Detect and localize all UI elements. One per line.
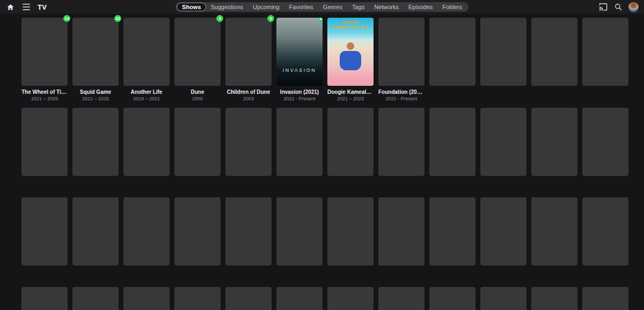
show-years: 2000 (174, 96, 221, 101)
show-card-placeholder (225, 108, 272, 176)
show-poster-placeholder[interactable] (531, 197, 577, 265)
show-poster[interactable] (378, 18, 425, 86)
show-poster-placeholder[interactable] (276, 108, 323, 176)
show-poster-placeholder[interactable] (327, 108, 374, 176)
poster-row (21, 197, 644, 265)
show-poster-placeholder[interactable] (582, 18, 628, 86)
show-card-placeholder (21, 197, 68, 265)
show-poster-placeholder[interactable] (582, 197, 628, 265)
show-title: Invasion (2021) (276, 89, 323, 95)
home-icon[interactable] (5, 2, 15, 12)
show-poster-placeholder[interactable] (378, 108, 425, 176)
show-poster[interactable]: 22 (72, 18, 119, 86)
tab-folders[interactable]: Folders (437, 3, 467, 11)
show-card: Foundation (2021)2021 - Present (378, 18, 425, 101)
page-title: TV (38, 3, 47, 11)
show-card-placeholder (582, 18, 628, 101)
show-card: 14The Wheel of Time2021 – 2025 (21, 18, 68, 101)
unwatched-count-badge: 3 (216, 15, 223, 22)
show-poster-placeholder[interactable] (480, 287, 526, 310)
poster-art-text-line: DOOGIE (327, 20, 374, 25)
show-poster-placeholder[interactable] (327, 287, 374, 310)
show-title: Dune (174, 89, 221, 95)
show-poster-placeholder[interactable] (531, 108, 577, 176)
show-title: Another Life (123, 89, 170, 95)
show-card-placeholder (327, 197, 374, 265)
poster-row: 14The Wheel of Time2021 – 202522Squid Ga… (21, 18, 644, 101)
show-card-placeholder (72, 197, 119, 265)
show-card-placeholder (531, 287, 577, 310)
show-poster-placeholder[interactable] (378, 197, 425, 265)
show-title: The Wheel of Time (21, 89, 68, 95)
show-label: Invasion (2021)2021 - Present (276, 89, 323, 101)
show-poster-placeholder[interactable] (429, 108, 475, 176)
show-poster[interactable]: 14 (21, 18, 68, 86)
tab-genres[interactable]: Genres (318, 3, 347, 11)
show-poster-placeholder[interactable] (582, 287, 628, 310)
show-poster[interactable]: DOOGIEKAMEALOHA, M.D. (327, 18, 374, 86)
show-poster-placeholder[interactable] (174, 108, 221, 176)
show-poster-placeholder[interactable] (531, 18, 577, 86)
show-card-placeholder (531, 197, 577, 265)
show-card: 3Dune2000 (174, 18, 221, 101)
poster-art-figure-body (340, 51, 361, 70)
show-poster[interactable]: 3 (225, 18, 272, 86)
show-poster-placeholder[interactable] (21, 287, 68, 310)
top-bar: TV ShowsSuggestionsUpcomingFavoritesGenr… (0, 0, 644, 14)
show-poster-placeholder[interactable] (480, 197, 526, 265)
poster-art-text: INVASION (276, 68, 323, 73)
show-poster-placeholder[interactable] (174, 197, 221, 265)
show-poster[interactable]: INVASION16 (276, 18, 323, 86)
show-poster-placeholder[interactable] (72, 108, 119, 176)
tab-networks[interactable]: Networks (369, 3, 404, 11)
show-poster-placeholder[interactable] (72, 197, 119, 265)
show-poster-placeholder[interactable] (582, 108, 628, 176)
show-poster-placeholder[interactable] (123, 197, 170, 265)
show-card-placeholder (123, 287, 170, 310)
unwatched-count-badge: 22 (114, 15, 121, 22)
menu-icon[interactable] (21, 2, 31, 12)
show-card-placeholder (225, 197, 272, 265)
poster-art-figure-head (347, 42, 354, 50)
show-card-placeholder (327, 108, 374, 176)
tab-tags[interactable]: Tags (347, 3, 369, 11)
tab-shows[interactable]: Shows (177, 3, 206, 11)
show-poster-placeholder[interactable] (480, 108, 526, 176)
show-poster-placeholder[interactable] (225, 108, 272, 176)
show-poster-placeholder[interactable] (225, 287, 272, 310)
show-title: Doogie Kamealoha, M.D. (327, 89, 374, 95)
show-poster-placeholder[interactable] (225, 197, 272, 265)
show-poster-placeholder[interactable] (429, 197, 475, 265)
poster-art-figure (339, 42, 362, 71)
show-poster-placeholder[interactable] (72, 287, 119, 310)
show-label: Dune2000 (174, 89, 221, 101)
show-card-placeholder (480, 108, 526, 176)
user-avatar[interactable] (628, 2, 639, 12)
show-poster-placeholder[interactable] (21, 197, 68, 265)
show-poster-placeholder[interactable] (531, 287, 577, 310)
show-poster-placeholder[interactable] (123, 287, 170, 310)
show-card-placeholder (582, 287, 628, 310)
show-card-placeholder (72, 108, 119, 176)
show-poster-placeholder[interactable] (174, 287, 221, 310)
search-icon[interactable] (613, 2, 623, 12)
show-poster-placeholder[interactable] (378, 287, 425, 310)
show-poster-placeholder[interactable] (123, 108, 170, 176)
tab-suggestions[interactable]: Suggestions (206, 3, 248, 11)
show-poster-placeholder[interactable] (480, 18, 526, 86)
tab-bar: ShowsSuggestionsUpcomingFavoritesGenresT… (175, 2, 469, 12)
show-poster-placeholder[interactable] (21, 108, 68, 176)
show-poster-placeholder[interactable] (276, 197, 323, 265)
poster-art-text: DOOGIEKAMEALOHA, M.D. (327, 20, 374, 30)
show-poster-placeholder[interactable] (429, 287, 475, 310)
tab-episodes[interactable]: Episodes (404, 3, 437, 11)
show-card-placeholder (276, 197, 323, 265)
tab-upcoming[interactable]: Upcoming (248, 3, 284, 11)
show-poster-placeholder[interactable] (276, 287, 323, 310)
show-poster[interactable]: 3 (174, 18, 221, 86)
show-poster-placeholder[interactable] (327, 197, 374, 265)
tab-favorites[interactable]: Favorites (284, 3, 318, 11)
show-poster[interactable] (123, 18, 170, 86)
cast-icon[interactable] (598, 2, 608, 12)
show-poster-placeholder[interactable] (429, 18, 475, 86)
